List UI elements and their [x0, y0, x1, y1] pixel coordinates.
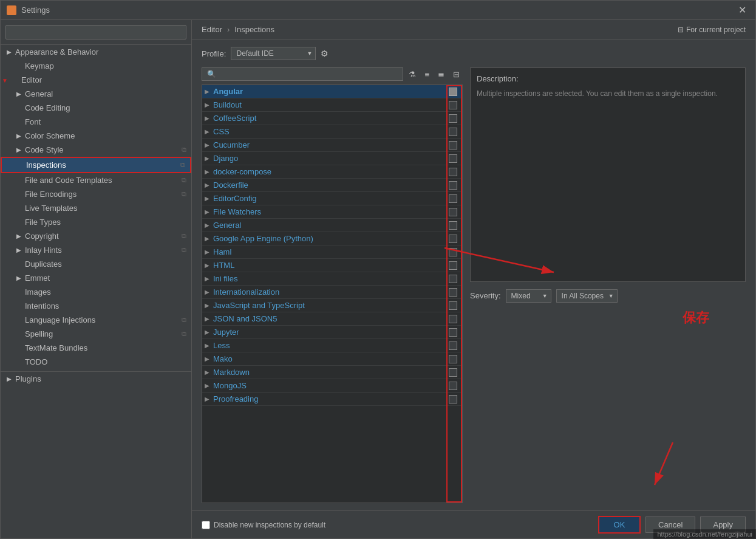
inspection-checkbox[interactable] [449, 261, 457, 270]
sidebar-item-live-templates[interactable]: Live Templates [1, 201, 191, 215]
inspection-checkbox[interactable] [449, 275, 457, 283]
sidebar-item-code-style[interactable]: Code Style ⧉ [1, 143, 191, 157]
list-item[interactable]: ▶ Django [202, 152, 462, 165]
list-item[interactable]: ▶ MongoJS [202, 379, 462, 393]
list-item[interactable]: ▶ docker-compose [202, 165, 462, 179]
inspection-checkbox[interactable] [449, 342, 457, 350]
list-item[interactable]: ▶ Haml [202, 245, 462, 259]
scope-select[interactable]: In All Scopes [556, 289, 618, 303]
gear-icon[interactable]: ⚙ [321, 49, 329, 58]
inspection-checkbox[interactable] [449, 288, 457, 297]
list-item[interactable]: ▶ Markdown [202, 366, 462, 379]
copy-icon: ⧉ [182, 190, 186, 198]
severity-row: Severity: Mixed Error Warning Info [470, 289, 746, 303]
inspection-checkbox[interactable] [449, 382, 457, 390]
inspection-checkbox[interactable] [449, 168, 457, 176]
sidebar-item-inspections[interactable]: Inspections ⧉ [1, 157, 191, 173]
inspection-checkbox[interactable] [449, 221, 457, 230]
inspection-checkbox[interactable] [449, 315, 457, 323]
list-item[interactable]: ▶ Cucumber [202, 139, 462, 152]
list-item[interactable]: ▶ Ini files [202, 272, 462, 286]
list-item[interactable]: ▶ JSON and JSON5 [202, 312, 462, 326]
disable-label: Disable new inspections by default [214, 521, 325, 529]
list-item[interactable]: ▶ EditorConfig [202, 192, 462, 205]
list-item[interactable]: ▶ CSS [202, 125, 462, 139]
sidebar-item-file-types[interactable]: File Types [1, 215, 191, 229]
inspection-checkbox[interactable] [449, 128, 457, 136]
row-expand-icon: ▶ [205, 249, 213, 255]
inspection-checkbox[interactable] [449, 355, 457, 363]
row-expand-icon: ▶ [205, 329, 213, 335]
list-item[interactable]: ▶ Angular [202, 85, 462, 98]
inspection-checkbox[interactable] [449, 328, 457, 337]
inspection-checkbox[interactable] [449, 248, 457, 256]
sidebar-item-duplicates[interactable]: Duplicates [1, 257, 191, 271]
sidebar-item-file-code-templates[interactable]: File and Code Templates ⧉ [1, 173, 191, 187]
sidebar-search-input[interactable] [5, 25, 186, 39]
sidebar-item-general[interactable]: General [1, 87, 191, 101]
list-item[interactable]: ▶ Google App Engine (Python) [202, 232, 462, 245]
filter-button[interactable]: ⚗ [406, 68, 419, 81]
inspection-checkbox[interactable] [449, 208, 457, 216]
sidebar-item-keymap[interactable]: Keymap [1, 59, 191, 73]
sidebar-item-copyright[interactable]: Copyright ⧉ [1, 229, 191, 243]
list-item[interactable]: ▶ General [202, 219, 462, 232]
close-button[interactable]: ✕ [735, 3, 749, 18]
sidebar-item-language-injections[interactable]: Language Injections ⧉ [1, 313, 191, 327]
sidebar-item-intentions[interactable]: Intentions [1, 299, 191, 313]
sidebar-item-inlay-hints[interactable]: Inlay Hints ⧉ [1, 243, 191, 257]
window-title: Settings [21, 5, 50, 15]
sidebar-item-images[interactable]: Images [1, 285, 191, 299]
sidebar-item-spelling[interactable]: Spelling ⧉ [1, 327, 191, 341]
inspector-main: ⚗ ≡ ≣ ⊟ ▶ Angular [202, 67, 746, 503]
severity-select-wrapper[interactable]: Mixed Error Warning Info [506, 289, 551, 303]
inspection-checkbox[interactable] [449, 235, 457, 243]
inspection-checkbox[interactable] [449, 395, 457, 403]
inspection-checkbox[interactable] [449, 101, 457, 109]
for-current-project-btn[interactable]: ⊟ For current project [678, 26, 746, 34]
sidebar-item-plugins[interactable]: Plugins [1, 371, 191, 386]
row-expand-icon: ▶ [205, 382, 213, 389]
list-item[interactable]: ▶ HTML [202, 259, 462, 272]
disable-new-inspections-checkbox[interactable] [202, 521, 210, 529]
list-item[interactable]: ▶ File Watchers [202, 205, 462, 219]
sidebar-item-color-scheme[interactable]: Color Scheme [1, 129, 191, 143]
profile-select[interactable]: Default IDE [231, 47, 316, 60]
sidebar-item-code-editing[interactable]: Code Editing [1, 101, 191, 115]
list-item[interactable]: ▶ CoffeeScript [202, 112, 462, 125]
minimize-button[interactable]: ⊟ [450, 68, 463, 81]
list-item[interactable]: ▶ Mako [202, 352, 462, 366]
sidebar-item-textmate-bundles[interactable]: TextMate Bundles [1, 341, 191, 355]
list-item[interactable]: ▶ Dockerfile [202, 179, 462, 192]
inspection-checkbox[interactable] [449, 154, 457, 163]
ok-button[interactable]: OK [598, 516, 641, 534]
sidebar-item-appearance-behavior[interactable]: Appearance & Behavior [1, 45, 191, 59]
collapse-all-button[interactable]: ≣ [435, 68, 448, 81]
list-item[interactable]: ▶ Internationalization [202, 286, 462, 299]
sidebar-item-font[interactable]: Font [1, 115, 191, 129]
inspection-checkbox[interactable] [449, 301, 457, 310]
severity-select[interactable]: Mixed Error Warning Info [506, 289, 551, 303]
expand-all-button[interactable]: ≡ [421, 68, 432, 81]
list-item[interactable]: ▶ JavaScript and TypeScript [202, 299, 462, 312]
sidebar-item-todo[interactable]: TODO [1, 355, 191, 369]
scope-select-wrapper[interactable]: In All Scopes [556, 289, 618, 303]
inspection-checkbox[interactable] [449, 181, 457, 190]
sidebar-item-file-encodings[interactable]: File Encodings ⧉ [1, 187, 191, 201]
profile-select-wrapper[interactable]: Default IDE [231, 47, 316, 60]
inspection-checkbox[interactable] [449, 141, 457, 149]
inspection-checkbox[interactable] [449, 114, 457, 123]
list-item[interactable]: ▶ Proofreading [202, 393, 462, 406]
inspection-checkbox[interactable] [449, 368, 457, 377]
row-expand-icon: ▶ [205, 222, 213, 228]
sidebar-item-editor[interactable]: ▼ Editor [1, 73, 191, 87]
inspection-checkbox[interactable] [449, 88, 457, 96]
inspector-search-input[interactable] [202, 67, 403, 81]
arrow-icon [15, 247, 22, 254]
inspection-checkbox[interactable] [449, 194, 457, 203]
list-item[interactable]: ▶ Buildout [202, 98, 462, 112]
list-item[interactable]: ▶ Less [202, 339, 462, 352]
sidebar-item-emmet[interactable]: Emmet [1, 271, 191, 285]
arrow-icon [15, 233, 22, 240]
list-item[interactable]: ▶ Jupyter [202, 326, 462, 339]
